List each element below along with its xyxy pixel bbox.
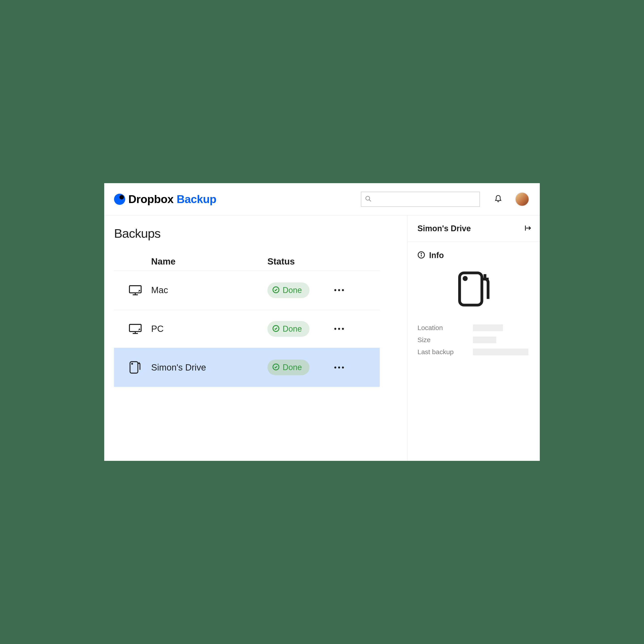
collapse-panel-button[interactable] — [524, 224, 532, 233]
status-text: Done — [283, 324, 302, 334]
status-text: Done — [283, 363, 302, 372]
svg-rect-6 — [129, 324, 141, 331]
status-badge: Done — [267, 321, 309, 337]
skeleton-placeholder — [473, 349, 528, 355]
svg-line-1 — [369, 199, 371, 201]
row-name: PC — [151, 324, 267, 334]
row-actions-button[interactable] — [334, 289, 344, 291]
brand-word-backup: Backup — [177, 193, 216, 206]
backups-table: Name Status Mac Done — [114, 253, 380, 387]
topbar: Dropbox Backup — [104, 183, 540, 215]
details-panel: Simon's Drive Info Location — [407, 215, 540, 461]
panel-header: Simon's Drive — [408, 215, 540, 242]
svg-point-19 — [464, 277, 466, 280]
bell-icon — [494, 195, 502, 204]
search-icon — [365, 195, 372, 203]
check-circle-icon — [272, 325, 280, 333]
svg-point-17 — [421, 253, 422, 254]
row-name: Mac — [151, 285, 267, 295]
body: Backups Name Status Mac — [104, 215, 540, 461]
search-input[interactable] — [361, 192, 480, 207]
row-name: Simon's Drive — [151, 362, 267, 373]
monitor-icon — [129, 285, 143, 296]
svg-point-11 — [132, 363, 133, 364]
info-label-size: Size — [417, 336, 473, 344]
skeleton-placeholder — [473, 337, 496, 343]
info-icon — [417, 251, 425, 260]
table-row[interactable]: Simon's Drive Done — [114, 348, 380, 387]
row-actions-button[interactable] — [334, 328, 344, 330]
info-label-location: Location — [417, 324, 473, 332]
external-drive-large-icon — [417, 269, 530, 309]
status-text: Done — [283, 286, 302, 295]
check-circle-icon — [272, 286, 280, 294]
row-actions-button[interactable] — [334, 366, 344, 369]
table-header: Name Status — [114, 253, 380, 271]
column-header-status: Status — [267, 256, 326, 267]
status-badge: Done — [267, 282, 309, 298]
svg-point-0 — [366, 196, 370, 200]
info-row-last-backup: Last backup — [417, 348, 530, 356]
brand: Dropbox Backup — [114, 193, 216, 206]
main: Backups Name Status Mac — [104, 215, 407, 461]
svg-rect-2 — [129, 286, 141, 293]
external-drive-icon — [129, 360, 143, 374]
info-row-location: Location — [417, 324, 530, 332]
panel-body: Info Location Size Last backup — [408, 242, 540, 369]
table-row[interactable]: Mac Done — [114, 271, 380, 310]
monitor-icon — [129, 324, 143, 334]
page-title: Backups — [114, 226, 407, 241]
dropbox-logo-icon — [114, 194, 125, 205]
brand-word-dropbox: Dropbox — [128, 193, 174, 206]
info-label: Info — [429, 251, 444, 260]
info-heading: Info — [417, 251, 530, 260]
check-circle-icon — [272, 363, 280, 371]
table-row[interactable]: PC Done — [114, 310, 380, 348]
avatar[interactable] — [515, 192, 529, 206]
svg-rect-10 — [130, 362, 138, 373]
skeleton-placeholder — [473, 324, 503, 331]
info-row-size: Size — [417, 336, 530, 344]
status-badge: Done — [267, 360, 309, 375]
app-window: Dropbox Backup Backups Name Status — [104, 183, 540, 461]
info-label-last-backup: Last backup — [417, 348, 473, 356]
column-header-name: Name — [151, 256, 267, 267]
notifications-button[interactable] — [494, 195, 503, 204]
panel-title: Simon's Drive — [417, 224, 471, 233]
